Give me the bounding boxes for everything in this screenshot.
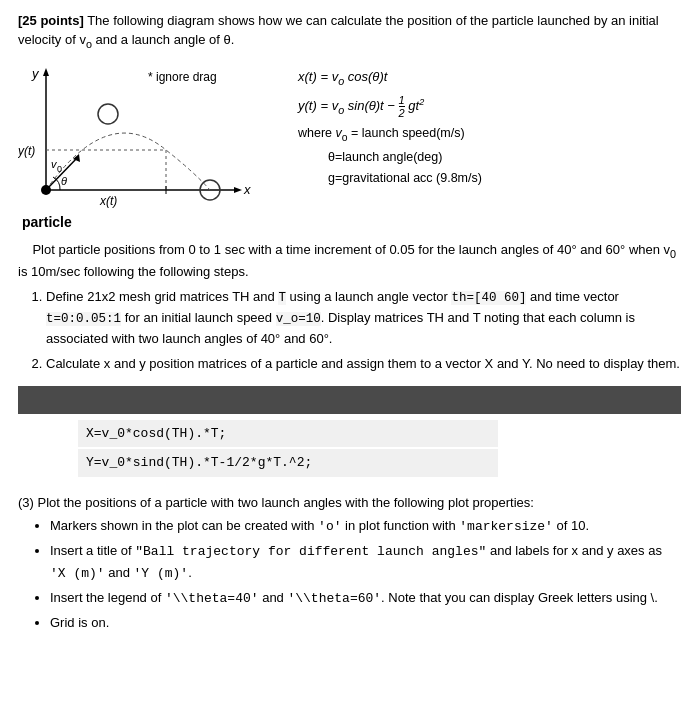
diagram-section: * ignore drag y x [18, 62, 681, 230]
xt-label: x(t) [99, 194, 117, 208]
peak-circle [98, 104, 118, 124]
header-points: [25 points] [18, 13, 84, 28]
step3-section: (3) Plot the positions of a particle wit… [18, 493, 681, 633]
where-section: where vo = launch speed(m/s) θ=launch an… [298, 123, 681, 189]
bullet-4: Grid is on. [50, 613, 681, 633]
equations-section: x(t) = vo cos(θ)t y(t) = vo sin(θ)t − 12… [278, 62, 681, 189]
x-axis-label: x [243, 182, 251, 197]
bullet-1: Markers shown in the plot can be created… [50, 516, 681, 537]
bullet-3: Insert the legend of '\\theta=40' and '\… [50, 588, 681, 609]
code-block-section: X=v_0*cosd(TH).*T; Y=v_0*sind(TH).*T-1/2… [18, 414, 681, 485]
trajectory-diagram: y x [18, 62, 258, 212]
ignore-drag-label: * ignore drag [148, 70, 217, 84]
step-1: Define 21x2 mesh grid matrices TH and T … [46, 287, 681, 348]
y-axis-label: y [31, 66, 40, 81]
step-2: Calculate x and y position matrices of a… [46, 354, 681, 374]
where-v: where vo = launch speed(m/s) [298, 123, 681, 146]
bullet-2: Insert a title of "Ball trajectory for d… [50, 541, 681, 583]
step1-t-code: t=0:0.05:1 [46, 312, 121, 326]
step1-v-code: v_o=10 [276, 312, 321, 326]
code-line-1: X=v_0*cosd(TH).*T; [78, 420, 498, 447]
equation-y: y(t) = vo sin(θ)t − 12 gt2 [298, 94, 681, 119]
header-text: [25 points] The following diagram shows … [18, 12, 681, 52]
equation-x: x(t) = vo cos(θ)t [298, 66, 681, 90]
steps-list: Define 21x2 mesh grid matrices TH and T … [46, 287, 681, 374]
svg-marker-3 [234, 187, 242, 193]
theta-label: θ [61, 175, 67, 187]
step1-th-code: th=[40 60] [451, 291, 526, 305]
yt-label: y(t) [18, 144, 35, 158]
equations: x(t) = vo cos(θ)t y(t) = vo sin(θ)t − 12… [298, 66, 681, 189]
code-line-2: Y=v_0*sind(TH).*T-1/2*g*T.^2; [78, 449, 498, 476]
dark-bar [18, 386, 681, 414]
particle-label: particle [22, 214, 258, 230]
diagram-left: * ignore drag y x [18, 62, 278, 230]
v0-sub: 0 [57, 164, 62, 174]
svg-marker-1 [43, 68, 49, 76]
main-content: [25 points] The following diagram shows … [0, 0, 699, 649]
header-description: The following diagram shows how we can c… [18, 13, 659, 47]
where-theta: θ=launch angle(deg) [328, 147, 681, 168]
where-g: g=gravitational acc (9.8m/s) [328, 168, 681, 189]
body-text: Plot particle positions from 0 to 1 sec … [18, 240, 681, 281]
step1-T-code: T [278, 291, 286, 305]
step3-intro: (3) Plot the positions of a particle wit… [18, 493, 681, 513]
step3-bullets: Markers shown in the plot can be created… [50, 516, 681, 633]
